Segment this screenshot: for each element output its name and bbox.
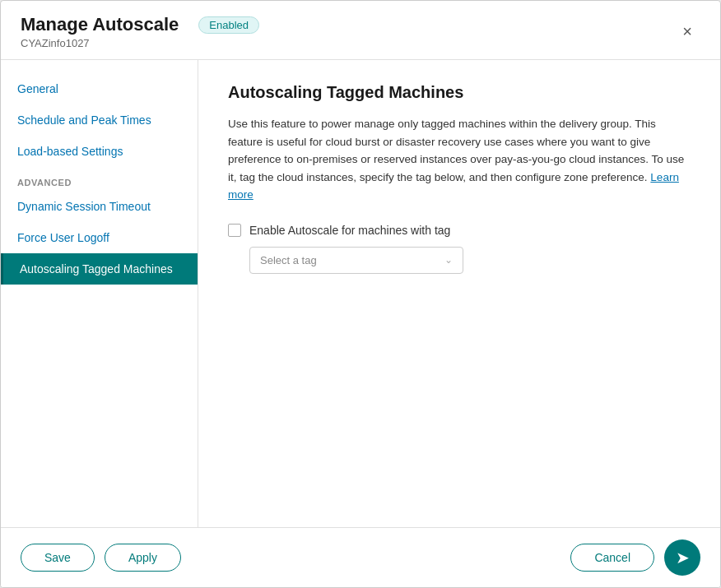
modal-body: General Schedule and Peak Times Load-bas… [1,60,720,527]
submit-icon-button[interactable]: ➤ [664,539,700,576]
enable-autoscale-row: Enable Autoscale for machines with tag [228,224,691,237]
advanced-section-label: ADVANCED [1,168,198,191]
sidebar: General Schedule and Peak Times Load-bas… [1,60,198,527]
modal-footer: Save Apply Cancel ➤ [1,527,720,587]
sidebar-item-schedule[interactable]: Schedule and Peak Times [1,104,198,136]
sidebar-item-force-logoff[interactable]: Force User Logoff [1,222,198,253]
tag-select-wrapper: Select a tag ⌄ [249,247,691,274]
cancel-button[interactable]: Cancel [570,544,654,572]
enabled-badge: Enabled [198,16,259,34]
footer-right-actions: Cancel ➤ [570,539,700,576]
header-top: Manage Autoscale Enabled [21,14,674,35]
chevron-down-icon: ⌄ [444,254,453,266]
enable-autoscale-checkbox[interactable] [228,224,241,237]
content-title: Autoscaling Tagged Machines [228,83,691,102]
content-description: Use this feature to power manage only ta… [228,115,691,204]
header-left: Manage Autoscale Enabled CYAZinfo1027 [21,14,674,49]
sidebar-item-dynamic-session[interactable]: Dynamic Session Timeout [1,191,198,222]
arrow-icon: ➤ [676,548,690,567]
tag-select-placeholder: Select a tag [260,254,317,266]
description-text: Use this feature to power manage only ta… [228,118,684,183]
enable-autoscale-label[interactable]: Enable Autoscale for machines with tag [249,224,450,237]
manage-autoscale-modal: Manage Autoscale Enabled CYAZinfo1027 × … [0,0,721,588]
sidebar-item-autoscaling-tagged[interactable]: Autoscaling Tagged Machines [1,253,198,285]
content-area: Autoscaling Tagged Machines Use this fea… [198,60,720,527]
tag-select-dropdown[interactable]: Select a tag ⌄ [249,247,463,274]
footer-left-actions: Save Apply [21,544,181,572]
modal-subtitle: CYAZinfo1027 [21,37,674,49]
close-button[interactable]: × [674,19,700,45]
save-button[interactable]: Save [21,544,95,572]
sidebar-item-general[interactable]: General [1,73,198,104]
sidebar-item-load-based[interactable]: Load-based Settings [1,136,198,167]
modal-title: Manage Autoscale [21,14,179,35]
modal-header: Manage Autoscale Enabled CYAZinfo1027 × [1,1,720,60]
apply-button[interactable]: Apply [105,544,181,572]
